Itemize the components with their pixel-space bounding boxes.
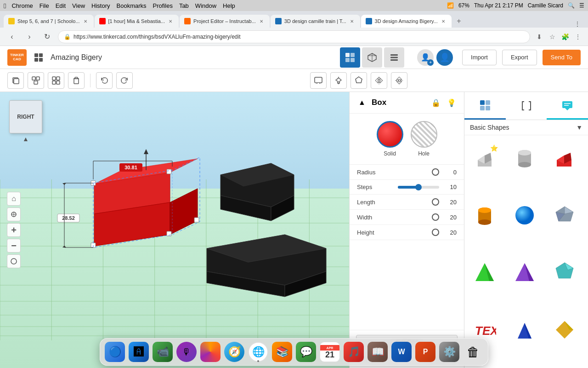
tab-menu-icon[interactable]: ⋮ xyxy=(574,20,581,28)
menu-tab[interactable]: Tab xyxy=(179,2,189,9)
solid-option[interactable]: Solid xyxy=(377,121,403,157)
chrome-menu-icon[interactable]: ⋮ xyxy=(573,32,582,41)
shape-item-yellow-diamond[interactable] xyxy=(546,309,583,351)
steps-slider-thumb[interactable] xyxy=(415,184,422,190)
user-avatar[interactable]: 👤 xyxy=(436,49,453,66)
shape-item-purple-pyramid[interactable] xyxy=(506,252,543,293)
tab-3-close[interactable]: ✕ xyxy=(258,17,265,25)
inspector-up-arrow[interactable]: ▲ xyxy=(356,97,368,109)
download-icon[interactable]: ⬇ xyxy=(535,32,544,41)
dock-calendar[interactable]: APR 21 xyxy=(319,341,341,363)
add-user-button[interactable]: 👤 + xyxy=(417,49,434,66)
bookmark-icon[interactable]: ☆ xyxy=(548,32,557,41)
control-center-icon[interactable]: ☰ xyxy=(579,2,584,9)
tab-5-close[interactable]: ✕ xyxy=(440,17,447,25)
fit-view-button[interactable] xyxy=(7,207,21,221)
black-box-flat[interactable] xyxy=(207,235,326,297)
dock-ibooks[interactable]: 📖 xyxy=(367,341,389,363)
shapes-dropdown-icon[interactable]: ▼ xyxy=(576,124,582,131)
shape-item-red-box[interactable] xyxy=(546,137,583,178)
grid-view-icon[interactable] xyxy=(32,51,45,64)
width-knob[interactable] xyxy=(432,213,439,221)
menu-file[interactable]: File xyxy=(40,2,49,9)
comment-button[interactable] xyxy=(310,72,327,89)
sidebar-message-icon-btn[interactable] xyxy=(547,92,588,120)
menu-edit[interactable]: Edit xyxy=(56,2,66,9)
lock-icon[interactable]: 🔒 xyxy=(430,97,442,109)
menu-history[interactable]: History xyxy=(91,2,110,9)
undo-button[interactable] xyxy=(96,72,113,89)
group-button[interactable] xyxy=(28,72,44,89)
dock-chrome[interactable]: 🌐 xyxy=(247,341,269,363)
shape-item-teal-shape[interactable] xyxy=(546,252,583,293)
inspector-collapse-button[interactable]: ❯ xyxy=(349,218,350,242)
tab-5-active[interactable]: 3D design Amazing Bigery... ✕ xyxy=(361,15,452,28)
view-3d-btn[interactable] xyxy=(362,47,382,68)
redo-button[interactable] xyxy=(116,72,133,89)
menu-bookmarks[interactable]: Bookmarks xyxy=(117,2,147,9)
search-icon[interactable]: 🔍 xyxy=(568,2,575,9)
shape-item-blue-prism[interactable] xyxy=(506,309,543,351)
dock-trash[interactable]: 🗑 xyxy=(462,341,484,363)
ungroup-button[interactable] xyxy=(48,72,64,89)
tab-3[interactable]: Project Editor – Instructab... ✕ xyxy=(180,15,270,28)
view-layers-btn[interactable] xyxy=(384,47,404,68)
steps-slider[interactable] xyxy=(398,186,439,189)
shape-item-silver-box[interactable]: ⭐ xyxy=(466,137,503,178)
dock-music[interactable]: 🎵 xyxy=(343,341,365,363)
home-button[interactable]: ⌂ xyxy=(7,192,21,206)
shape-item-orange-cylinder[interactable] xyxy=(466,195,503,236)
shape-item-green-pyramid[interactable] xyxy=(466,252,503,293)
forward-button[interactable]: › xyxy=(23,30,36,43)
duplicate-button[interactable] xyxy=(7,72,24,89)
menu-chrome[interactable]: Chrome xyxy=(11,2,33,9)
dock-books[interactable]: 📚 xyxy=(271,341,293,363)
height-knob[interactable] xyxy=(432,229,439,236)
menu-profiles[interactable]: Profiles xyxy=(153,2,173,9)
flip-button[interactable] xyxy=(391,72,407,89)
refresh-button[interactable]: ↻ xyxy=(40,30,53,43)
menu-help[interactable]: Help xyxy=(223,2,235,9)
url-box[interactable]: 🔒 https://www.tinkercad.com/things/bsdVX… xyxy=(58,30,530,43)
info-icon[interactable]: 💡 xyxy=(446,97,458,109)
tab-4[interactable]: 3D design camille train | T... ✕ xyxy=(271,15,360,28)
apple-menu[interactable]:  xyxy=(4,2,6,10)
hole-option[interactable]: Hole xyxy=(411,121,437,157)
dock-siri[interactable]: 🎙 xyxy=(175,341,198,363)
dock-messages[interactable]: 💬 xyxy=(295,341,317,363)
shape-item-cylinder[interactable] xyxy=(506,137,543,178)
sidebar-grid-icon-btn[interactable] xyxy=(464,92,506,120)
tab-1[interactable]: Step 5, 6, and 7 | Schoolo... ✕ xyxy=(4,15,94,28)
delete-button[interactable] xyxy=(68,72,85,89)
mirror-button[interactable] xyxy=(371,72,387,89)
canvas-wrapper[interactable]: RIGHT ▲ ⌂ + − xyxy=(0,92,464,368)
tinkercad-logo[interactable]: TINKERCAD xyxy=(7,49,27,66)
export-button[interactable]: Export xyxy=(502,50,537,65)
dock-safari[interactable]: 🧭 xyxy=(223,341,245,363)
extensions-icon[interactable]: 🧩 xyxy=(560,32,570,41)
tab-1-close[interactable]: ✕ xyxy=(82,17,89,25)
sidebar-bracket-icon-btn[interactable] xyxy=(506,92,547,120)
polygon-button[interactable] xyxy=(351,72,367,89)
import-button[interactable]: Import xyxy=(462,50,497,65)
shape-item-icosahedron[interactable] xyxy=(546,195,583,236)
dock-finder[interactable]: 🔵 xyxy=(104,341,126,363)
dock-word[interactable]: W xyxy=(390,341,413,363)
view-3d-grid-btn[interactable] xyxy=(340,47,360,68)
tab-2-close[interactable]: ✕ xyxy=(167,17,174,25)
zoom-out-button[interactable]: − xyxy=(7,239,21,253)
menu-view[interactable]: View xyxy=(72,2,85,9)
radius-knob[interactable] xyxy=(432,168,439,176)
zoom-in-button[interactable]: + xyxy=(7,223,21,237)
back-button[interactable]: ‹ xyxy=(6,30,18,43)
new-tab-button[interactable]: + xyxy=(452,15,465,28)
send-to-button[interactable]: Send To xyxy=(543,50,581,65)
dock-facetime[interactable]: 📹 xyxy=(152,341,174,363)
dock-powerpoint[interactable]: P xyxy=(414,341,436,363)
tab-2[interactable]: [1 hour] Mia & Sebastia... ✕ xyxy=(95,15,179,28)
dock-appstore[interactable]: 🅰 xyxy=(128,341,150,363)
shape-item-sphere[interactable] xyxy=(506,195,543,236)
red-box[interactable]: 30.81 28.52 xyxy=(57,149,200,247)
menu-window[interactable]: Window xyxy=(195,2,216,9)
light-button[interactable] xyxy=(330,72,347,89)
